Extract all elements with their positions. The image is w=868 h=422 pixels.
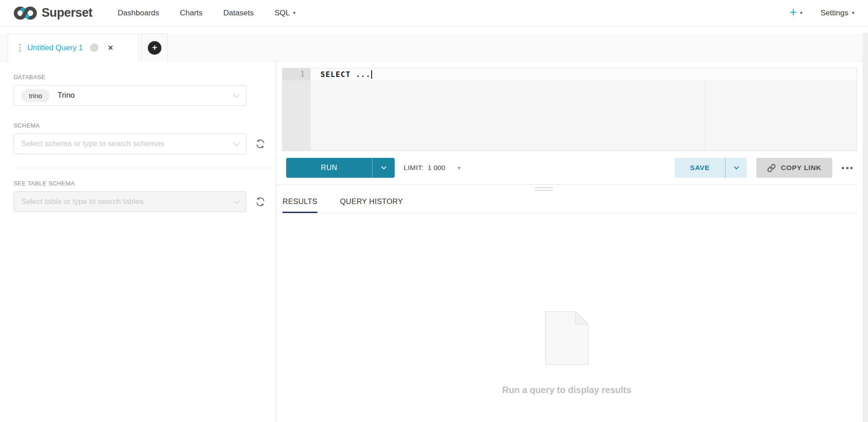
results-empty-state: Run a query to display results bbox=[276, 311, 857, 395]
tab-query-history[interactable]: QUERY HISTORY bbox=[340, 197, 403, 213]
nav-item-dashboards[interactable]: Dashboards bbox=[118, 9, 159, 18]
limit-label: LIMIT: bbox=[404, 164, 424, 172]
copy-link-button[interactable]: COPY LINK bbox=[756, 158, 832, 178]
new-item-dropdown[interactable]: + ▾ bbox=[790, 8, 802, 19]
database-label: DATABASE bbox=[14, 74, 276, 81]
more-actions-button[interactable] bbox=[841, 164, 854, 172]
run-button[interactable]: RUN bbox=[286, 158, 372, 178]
editor-toolbar: RUN LIMIT: 1 000 ▼ SAVE COPY LINK bbox=[276, 151, 857, 185]
navbar-right: + ▾ Settings ▾ bbox=[790, 8, 854, 19]
plus-circle-icon: + bbox=[148, 41, 161, 55]
schema-placeholder: Select schema or type to search schemas bbox=[21, 139, 164, 148]
top-navbar: Superset Dashboards Charts Datasets SQL … bbox=[0, 0, 868, 26]
brand-name: Superset bbox=[42, 6, 92, 20]
editor-code[interactable]: SELECT ... bbox=[321, 70, 372, 79]
superset-logo[interactable]: Superset bbox=[14, 5, 92, 21]
nav-label: Dashboards bbox=[118, 9, 159, 18]
chevron-down-icon bbox=[233, 197, 240, 204]
primary-nav: Dashboards Charts Datasets SQL ▾ bbox=[118, 9, 295, 18]
print-margin-ruler bbox=[705, 81, 705, 151]
query-tab-title: Untitled Query 1 bbox=[28, 43, 83, 52]
database-value: Trino bbox=[57, 91, 75, 100]
superset-infinity-icon bbox=[14, 5, 37, 21]
sql-editor[interactable]: 1 SELECT ... bbox=[282, 68, 857, 151]
results-tab-bar: RESULTS QUERY HISTORY bbox=[276, 197, 857, 213]
limit-dropdown[interactable]: LIMIT: 1 000 ▼ bbox=[404, 164, 462, 172]
chevron-down-icon: ▾ bbox=[800, 10, 803, 15]
save-split-button: SAVE bbox=[675, 158, 747, 178]
line-number: 1 bbox=[283, 68, 311, 81]
nav-item-sql[interactable]: SQL ▾ bbox=[274, 9, 296, 18]
schema-select[interactable]: Select schema or type to search schemas bbox=[14, 133, 246, 154]
tab-results[interactable]: RESULTS bbox=[283, 197, 317, 213]
active-line-highlight bbox=[311, 68, 857, 81]
nav-label: SQL bbox=[274, 9, 290, 18]
empty-document-icon bbox=[545, 311, 589, 365]
caret-down-icon: ▼ bbox=[457, 166, 462, 171]
database-type-badge: trino bbox=[21, 89, 50, 102]
limit-value: 1 000 bbox=[428, 164, 445, 172]
editor-gutter: 1 bbox=[283, 68, 311, 151]
chevron-down-icon bbox=[733, 164, 740, 171]
empty-state-message: Run a query to display results bbox=[276, 385, 857, 395]
run-options-button[interactable] bbox=[372, 158, 395, 178]
nav-item-charts[interactable]: Charts bbox=[180, 9, 203, 18]
nav-label: Charts bbox=[180, 9, 203, 18]
chevron-down-icon bbox=[380, 164, 387, 171]
tab-untitled-query-1[interactable]: Untitled Query 1 ✕ bbox=[8, 33, 139, 62]
save-options-button[interactable] bbox=[725, 158, 747, 178]
plus-icon: + bbox=[790, 6, 797, 19]
save-button[interactable]: SAVE bbox=[675, 158, 725, 178]
query-status-dot bbox=[90, 43, 99, 52]
table-placeholder: Select table or type to search tables bbox=[21, 197, 143, 206]
chevron-down-icon: ▾ bbox=[852, 10, 854, 15]
see-table-schema-label: SEE TABLE SCHEMA bbox=[14, 180, 276, 187]
close-tab-icon[interactable]: ✕ bbox=[108, 44, 113, 52]
link-icon bbox=[767, 164, 776, 172]
settings-label: Settings bbox=[821, 9, 848, 18]
toolbar-right: SAVE COPY LINK bbox=[675, 158, 857, 178]
refresh-icon bbox=[255, 196, 266, 207]
chevron-down-icon bbox=[233, 91, 240, 97]
add-tab-button[interactable]: + bbox=[142, 33, 168, 62]
nav-item-datasets[interactable]: Datasets bbox=[223, 9, 254, 18]
chevron-down-icon: ▾ bbox=[293, 10, 296, 15]
drag-handle-icon[interactable] bbox=[19, 44, 21, 52]
sqllab-main-panel: 1 SELECT ... RUN LIMIT: 1 000 ▼ SAVE bbox=[276, 62, 868, 422]
query-tab-bar: Untitled Query 1 ✕ + bbox=[0, 33, 868, 62]
schema-label: SCHEMA bbox=[14, 122, 276, 129]
nav-label: Datasets bbox=[223, 9, 254, 18]
panel-resize-handle[interactable] bbox=[535, 187, 553, 191]
refresh-icon bbox=[255, 138, 266, 149]
page-scrollbar[interactable] bbox=[863, 33, 868, 422]
settings-dropdown[interactable]: Settings ▾ bbox=[821, 9, 854, 18]
run-split-button: RUN bbox=[286, 158, 395, 178]
table-select[interactable]: Select table or type to search tables bbox=[14, 191, 246, 212]
refresh-tables-button[interactable] bbox=[255, 196, 266, 208]
text-cursor bbox=[371, 70, 372, 79]
sidebar-divider bbox=[14, 168, 270, 168]
code-text: SELECT ... bbox=[321, 70, 371, 79]
chevron-down-icon bbox=[233, 139, 240, 146]
database-select[interactable]: trino Trino bbox=[14, 85, 246, 106]
copy-link-label: COPY LINK bbox=[781, 164, 821, 172]
sqllab-left-panel: DATABASE trino Trino SCHEMA Select schem… bbox=[0, 62, 276, 422]
refresh-schemas-button[interactable] bbox=[255, 138, 266, 150]
